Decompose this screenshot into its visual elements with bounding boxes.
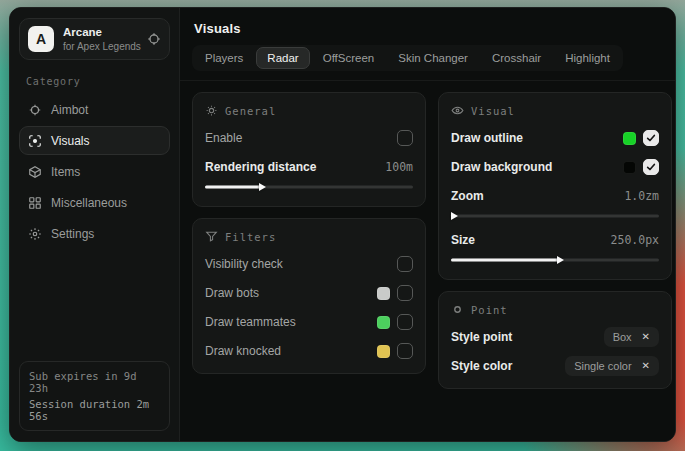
- size-slider[interactable]: [451, 255, 659, 265]
- sidebar-item-label: Visuals: [51, 134, 89, 148]
- draw-knocked-label: Draw knocked: [205, 344, 281, 358]
- sidebar-item-visuals[interactable]: Visuals: [19, 126, 170, 155]
- zoom-row: Zoom 1.0zm: [451, 186, 659, 206]
- tab-highlight[interactable]: Highlight: [554, 47, 621, 69]
- point-icon: [451, 303, 464, 316]
- sidebar: A Arcane for Apex Legends Category Aimbo…: [10, 8, 180, 441]
- general-panel: General Enable Rendering distance 100m: [192, 92, 426, 207]
- style-color-value: Single color: [574, 360, 631, 372]
- content: General Enable Rendering distance 100m: [180, 81, 675, 400]
- brand-title: Arcane: [63, 26, 138, 39]
- scan-eye-icon: [28, 134, 42, 148]
- left-column: General Enable Rendering distance 100m: [192, 92, 426, 374]
- draw-background-label: Draw background: [451, 160, 552, 174]
- sun-gear-icon: [205, 104, 218, 117]
- draw-teammates-row: Draw teammates: [205, 312, 413, 332]
- rendering-distance-row: Rendering distance 100m: [205, 157, 413, 177]
- funnel-icon: [205, 230, 218, 243]
- sidebar-item-settings[interactable]: Settings: [19, 219, 170, 248]
- point-panel: Point Style point Box ✕ Style color Sing…: [438, 291, 672, 389]
- sidebar-item-label: Aimbot: [51, 103, 88, 117]
- slider-thumb[interactable]: [557, 256, 564, 264]
- zoom-value: 1.0zm: [624, 189, 659, 203]
- draw-background-checkbox[interactable]: [643, 159, 659, 175]
- brand-subtitle: for Apex Legends: [63, 41, 138, 53]
- draw-outline-label: Draw outline: [451, 131, 523, 145]
- visual-panel-title: Visual: [451, 104, 659, 117]
- check-icon: [646, 133, 656, 143]
- visibility-check-label: Visibility check: [205, 257, 283, 271]
- clear-icon[interactable]: ✕: [642, 332, 650, 342]
- draw-knocked-color-swatch[interactable]: [377, 345, 390, 358]
- visibility-check-row: Visibility check: [205, 254, 413, 274]
- zoom-label: Zoom: [451, 189, 484, 203]
- draw-background-row: Draw background: [451, 157, 659, 177]
- sidebar-item-miscellaneous[interactable]: Miscellaneous: [19, 188, 170, 217]
- sub-expires-text: Sub expires in 9d 23h: [29, 370, 160, 394]
- main-area: Visuals Players Radar OffScreen Skin Cha…: [180, 8, 675, 441]
- filters-panel: Filters Visibility check Draw bots: [192, 218, 426, 374]
- session-card: Sub expires in 9d 23h Session duration 2…: [19, 361, 170, 431]
- draw-knocked-checkbox[interactable]: [397, 343, 413, 359]
- draw-bots-label: Draw bots: [205, 286, 259, 300]
- gear-icon: [28, 227, 42, 241]
- app-window: A Arcane for Apex Legends Category Aimbo…: [9, 7, 676, 442]
- draw-bots-row: Draw bots: [205, 283, 413, 303]
- brand-card: A Arcane for Apex Legends: [19, 18, 170, 60]
- tab-radar[interactable]: Radar: [256, 47, 309, 69]
- style-point-row: Style point Box ✕: [451, 327, 659, 347]
- eye-icon: [451, 104, 464, 117]
- brand-logo: A: [28, 26, 54, 52]
- draw-bots-color-swatch[interactable]: [377, 287, 390, 300]
- style-point-value: Box: [613, 331, 632, 343]
- check-icon: [646, 162, 656, 172]
- style-point-select[interactable]: Box ✕: [604, 327, 659, 347]
- style-point-label: Style point: [451, 330, 512, 344]
- main-header: Visuals: [180, 8, 675, 45]
- style-color-select[interactable]: Single color ✕: [565, 356, 659, 376]
- draw-knocked-row: Draw knocked: [205, 341, 413, 361]
- zoom-slider[interactable]: [451, 211, 659, 221]
- draw-bots-checkbox[interactable]: [397, 285, 413, 301]
- slider-thumb[interactable]: [451, 212, 458, 220]
- tab-offscreen[interactable]: OffScreen: [312, 47, 386, 69]
- tab-skin-changer[interactable]: Skin Changer: [387, 47, 479, 69]
- rendering-distance-value: 100m: [385, 160, 413, 174]
- style-color-label: Style color: [451, 359, 512, 373]
- sidebar-item-label: Settings: [51, 227, 94, 241]
- size-label: Size: [451, 233, 475, 247]
- draw-teammates-color-swatch[interactable]: [377, 316, 390, 329]
- sidebar-item-label: Miscellaneous: [51, 196, 127, 210]
- filters-panel-title: Filters: [205, 230, 413, 243]
- general-panel-title: General: [205, 104, 413, 117]
- style-color-row: Style color Single color ✕: [451, 356, 659, 376]
- tab-players[interactable]: Players: [194, 47, 254, 69]
- visibility-check-checkbox[interactable]: [397, 256, 413, 272]
- draw-background-color-swatch[interactable]: [623, 161, 636, 174]
- visual-panel: Visual Draw outline Draw background: [438, 92, 672, 280]
- brand-text: Arcane for Apex Legends: [63, 26, 138, 53]
- size-row: Size 250.0px: [451, 230, 659, 250]
- category-label: Category: [26, 76, 170, 87]
- clear-icon[interactable]: ✕: [642, 361, 650, 371]
- draw-teammates-checkbox[interactable]: [397, 314, 413, 330]
- enable-label: Enable: [205, 131, 242, 145]
- point-panel-title: Point: [451, 303, 659, 316]
- slider-thumb[interactable]: [259, 183, 266, 191]
- enable-checkbox[interactable]: [397, 130, 413, 146]
- page-title: Visuals: [194, 21, 661, 36]
- tab-bar: Players Radar OffScreen Skin Changer Cro…: [192, 45, 623, 71]
- tab-crosshair[interactable]: Crosshair: [481, 47, 552, 69]
- draw-outline-color-swatch[interactable]: [623, 132, 636, 145]
- enable-row: Enable: [205, 128, 413, 148]
- size-value: 250.0px: [611, 233, 659, 247]
- right-column: Visual Draw outline Draw background: [438, 92, 672, 389]
- crosshair-icon[interactable]: [147, 32, 161, 46]
- rendering-distance-label: Rendering distance: [205, 160, 316, 174]
- sidebar-item-aimbot[interactable]: Aimbot: [19, 95, 170, 124]
- sidebar-nav: Aimbot Visuals Items: [19, 95, 170, 248]
- rendering-distance-slider[interactable]: [205, 182, 413, 192]
- draw-outline-checkbox[interactable]: [643, 130, 659, 146]
- sidebar-item-items[interactable]: Items: [19, 157, 170, 186]
- draw-teammates-label: Draw teammates: [205, 315, 296, 329]
